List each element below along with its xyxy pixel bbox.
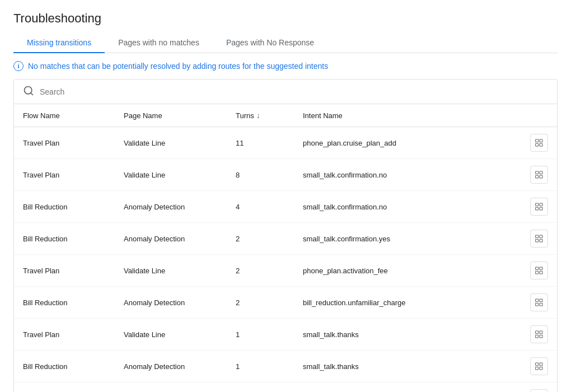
search-input[interactable] — [40, 87, 548, 96]
cell-turns: 8 — [227, 159, 294, 191]
cell-intent-name: small_talk.thanks — [294, 319, 521, 351]
cell-flow-name: Bill Reduction — [14, 382, 115, 393]
row-detail-button[interactable] — [530, 389, 548, 392]
cell-action — [521, 127, 557, 159]
cell-flow-name: Bill Reduction — [14, 191, 115, 223]
cell-intent-name: small_talk.confirmation.no — [294, 191, 521, 223]
cell-turns: 2 — [227, 255, 294, 287]
row-detail-button[interactable] — [530, 262, 548, 279]
col-header-action — [521, 104, 557, 127]
cell-action — [521, 191, 557, 223]
col-header-flow: Flow Name — [14, 104, 115, 127]
table-row: Travel PlanValidate Line8small_talk.conf… — [14, 159, 557, 191]
svg-rect-27 — [540, 331, 542, 334]
cell-turns: 4 — [227, 191, 294, 223]
svg-rect-11 — [540, 203, 542, 206]
page-container: Troubleshooting Missing transitions Page… — [0, 0, 571, 392]
svg-rect-14 — [536, 235, 539, 238]
cell-page-name: Validate Line — [115, 255, 227, 287]
table-row: Travel PlanValidate Line2phone_plan.acti… — [14, 255, 557, 287]
cell-turns: 1 — [227, 319, 294, 351]
search-bar — [14, 80, 557, 104]
tabs-bar: Missing transitions Pages with no matche… — [13, 32, 558, 53]
row-detail-button[interactable] — [530, 293, 548, 311]
cell-page-name: Anomaly Detection — [115, 287, 227, 319]
search-icon — [23, 85, 34, 98]
data-table: Flow Name Page Name Turns ↓ Intent Name — [14, 104, 557, 392]
svg-rect-18 — [536, 267, 539, 270]
svg-rect-3 — [540, 139, 542, 142]
tab-pages-no-response[interactable]: Pages with No Response — [213, 32, 327, 53]
cell-action — [521, 351, 557, 382]
row-detail-button[interactable] — [530, 166, 548, 184]
svg-rect-9 — [540, 175, 542, 178]
svg-rect-30 — [536, 363, 539, 366]
cell-flow-name: Bill Reduction — [14, 223, 115, 255]
tab-pages-no-matches[interactable]: Pages with no matches — [105, 32, 213, 53]
cell-page-name: Validate Line — [115, 127, 227, 159]
cell-turns: 1 — [227, 351, 294, 382]
svg-rect-29 — [540, 335, 542, 338]
cell-turns: 1 — [227, 382, 294, 393]
table-row: Bill ReductionAnomaly Detection2small_ta… — [14, 223, 557, 255]
cell-action — [521, 255, 557, 287]
cell-intent-name: small_talk.confirmation.no — [294, 159, 521, 191]
svg-rect-33 — [540, 367, 542, 370]
svg-rect-23 — [540, 299, 542, 302]
svg-rect-7 — [540, 171, 542, 174]
cell-intent-name: bill_reduction.save_bill — [294, 382, 521, 393]
row-detail-button[interactable] — [530, 230, 548, 248]
col-header-turns[interactable]: Turns ↓ — [227, 104, 294, 127]
table-container: Flow Name Page Name Turns ↓ Intent Name — [13, 79, 558, 392]
cell-page-name: Anomaly Detection — [115, 351, 227, 382]
svg-rect-31 — [540, 363, 542, 366]
svg-rect-26 — [536, 331, 539, 334]
svg-rect-22 — [536, 299, 539, 302]
svg-rect-6 — [536, 171, 539, 174]
cell-page-name: Anomaly Detection — [115, 191, 227, 223]
table-row: Bill ReductionAnomaly Detection1small_ta… — [14, 351, 557, 382]
svg-rect-10 — [536, 203, 539, 206]
svg-rect-17 — [540, 239, 542, 242]
cell-flow-name: Travel Plan — [14, 159, 115, 191]
cell-flow-name: Travel Plan — [14, 255, 115, 287]
cell-action — [521, 382, 557, 393]
cell-turns: 2 — [227, 287, 294, 319]
table-row: Bill ReductionAnomaly Detection4small_ta… — [14, 191, 557, 223]
cell-page-name: Validate Line — [115, 159, 227, 191]
svg-rect-15 — [540, 235, 542, 238]
cell-intent-name: phone_plan.cruise_plan_add — [294, 127, 521, 159]
svg-line-1 — [31, 93, 33, 95]
table-row: Bill ReductionAnomaly Detection1bill_red… — [14, 382, 557, 393]
cell-flow-name: Bill Reduction — [14, 351, 115, 382]
cell-turns: 11 — [227, 127, 294, 159]
cell-turns: 2 — [227, 223, 294, 255]
info-icon: i — [13, 61, 24, 71]
tab-missing-transitions[interactable]: Missing transitions — [13, 32, 105, 53]
svg-rect-8 — [536, 175, 539, 178]
svg-rect-5 — [540, 143, 542, 146]
cell-flow-name: Travel Plan — [14, 319, 115, 351]
info-banner: i No matches that can be potentially res… — [13, 53, 558, 79]
cell-action — [521, 223, 557, 255]
svg-rect-2 — [536, 139, 539, 142]
svg-rect-25 — [540, 303, 542, 306]
row-detail-button[interactable] — [530, 134, 548, 152]
cell-page-name: Anomaly Detection — [115, 382, 227, 393]
row-detail-button[interactable] — [530, 325, 548, 343]
col-header-intent: Intent Name — [294, 104, 521, 127]
table-header-row: Flow Name Page Name Turns ↓ Intent Name — [14, 104, 557, 127]
cell-action — [521, 287, 557, 319]
svg-rect-16 — [536, 239, 539, 242]
row-detail-button[interactable] — [530, 198, 548, 216]
svg-rect-19 — [540, 267, 542, 270]
row-detail-button[interactable] — [530, 357, 548, 375]
svg-rect-28 — [536, 335, 539, 338]
svg-rect-13 — [540, 207, 542, 210]
table-row: Bill ReductionAnomaly Detection2bill_red… — [14, 287, 557, 319]
cell-action — [521, 159, 557, 191]
cell-flow-name: Bill Reduction — [14, 287, 115, 319]
svg-rect-21 — [540, 271, 542, 274]
svg-rect-12 — [536, 207, 539, 210]
info-text: No matches that can be potentially resol… — [28, 62, 328, 71]
